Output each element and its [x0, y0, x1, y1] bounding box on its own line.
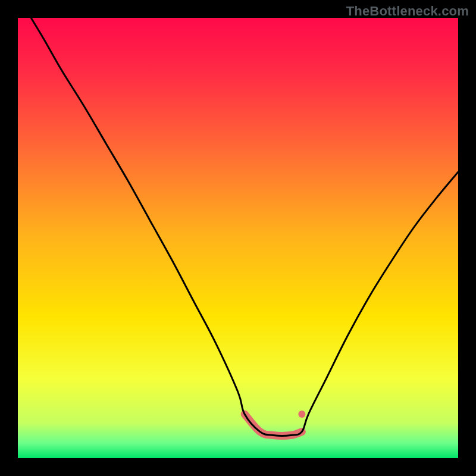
highlight-endpoint-right	[298, 411, 305, 418]
chart-svg	[18, 18, 458, 458]
chart-frame: TheBottleneck.com	[0, 0, 476, 476]
watermark: TheBottleneck.com	[346, 4, 469, 19]
plot-area	[18, 18, 458, 458]
